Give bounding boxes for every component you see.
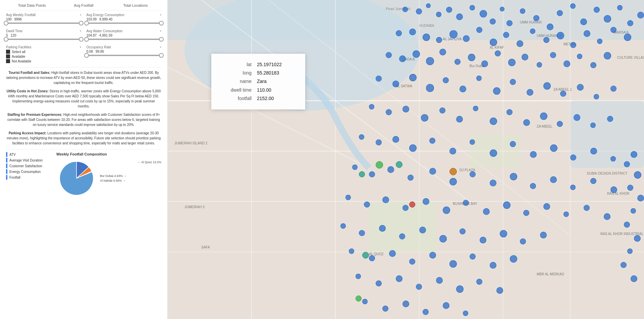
map-dot[interactable] [610, 27, 616, 33]
water-thumb-left[interactable] [84, 37, 89, 42]
map-dot[interactable] [443, 302, 449, 309]
map-dot[interactable] [495, 50, 501, 56]
map-dot[interactable] [607, 116, 613, 122]
map-dot-teal-2[interactable] [359, 171, 365, 177]
map-dot[interactable] [540, 112, 547, 120]
map-dot[interactable] [364, 201, 370, 208]
map-dot[interactable] [564, 60, 570, 67]
dwell-thumb-left[interactable] [4, 37, 8, 42]
map-dot[interactable] [483, 208, 490, 215]
map-dot[interactable] [399, 55, 406, 62]
water-thumb-right[interactable] [159, 37, 164, 42]
map-dot-teal-3[interactable] [362, 252, 369, 259]
map-dot[interactable] [634, 235, 641, 242]
map-dot[interactable] [456, 285, 464, 293]
map-dot[interactable] [460, 228, 466, 234]
occupancy-track[interactable] [87, 55, 162, 56]
map-dot[interactable] [349, 248, 354, 254]
map-dot[interactable] [409, 144, 417, 152]
map-dot[interactable] [490, 39, 497, 46]
map-dot[interactable] [379, 225, 386, 232]
map-dot[interactable] [594, 94, 599, 99]
map-dot[interactable] [402, 205, 409, 211]
map-dot[interactable] [419, 227, 426, 233]
map-dot[interactable] [523, 210, 529, 216]
map-dot[interactable] [473, 106, 478, 111]
map-dot[interactable] [631, 208, 636, 214]
map-dot[interactable] [584, 30, 590, 37]
map-dot[interactable] [470, 171, 476, 177]
map-dot[interactable] [490, 262, 496, 269]
map-dot[interactable] [543, 203, 550, 210]
map-dot[interactable] [463, 35, 470, 42]
map-dot[interactable] [570, 185, 576, 190]
map-dot-orange[interactable] [449, 168, 457, 175]
map-dot[interactable] [443, 77, 449, 83]
map-dot[interactable] [476, 76, 482, 81]
map-dot[interactable] [463, 200, 469, 206]
map-dot[interactable] [402, 106, 409, 112]
range-thumb-right[interactable] [79, 21, 84, 26]
map-dot[interactable] [637, 195, 644, 201]
occupancy-thumb-left[interactable] [84, 53, 89, 58]
map-dot[interactable] [490, 180, 496, 186]
map-dot[interactable] [610, 86, 616, 92]
map-dot[interactable] [627, 20, 633, 26]
map-dot[interactable] [557, 10, 563, 16]
map-dot[interactable] [468, 54, 475, 61]
map-dot[interactable] [508, 59, 516, 66]
map-dot[interactable] [369, 104, 374, 109]
map-dot[interactable] [382, 306, 388, 312]
map-dot[interactable] [402, 7, 408, 12]
map-dot[interactable] [506, 109, 513, 115]
map-dot[interactable] [523, 119, 530, 126]
map-dot[interactable] [446, 7, 452, 13]
map-dot[interactable] [597, 39, 602, 44]
map-dot[interactable] [369, 255, 375, 261]
map-dot[interactable] [530, 29, 535, 34]
map-dot-red[interactable] [409, 201, 415, 208]
map-dot[interactable] [550, 144, 557, 152]
map-dot[interactable] [624, 161, 630, 167]
map-dot[interactable] [577, 54, 582, 59]
map-dot[interactable] [470, 139, 475, 145]
map-dot[interactable] [547, 24, 553, 30]
map-dot[interactable] [540, 232, 547, 238]
map-dot[interactable] [574, 114, 580, 121]
map-dot[interactable] [496, 287, 503, 294]
map-dot[interactable] [470, 254, 476, 260]
parking-available[interactable]: Available [6, 54, 81, 58]
map-dot[interactable] [621, 262, 627, 268]
map-dot[interactable] [413, 50, 420, 58]
map-dot[interactable] [490, 118, 497, 125]
map-dot[interactable] [470, 5, 475, 10]
map-dot[interactable] [456, 116, 463, 123]
range-thumb-left[interactable] [4, 21, 8, 26]
map-dot[interactable] [500, 230, 507, 237]
map-dot[interactable] [490, 149, 497, 157]
map-dot[interactable] [510, 173, 517, 180]
map-dot[interactable] [577, 84, 584, 91]
map-dot[interactable] [449, 178, 457, 185]
map-dot[interactable] [359, 230, 365, 236]
map-dot[interactable] [460, 86, 466, 92]
map-dot[interactable] [627, 248, 633, 254]
map-dot[interactable] [439, 235, 447, 242]
map-dot[interactable] [604, 52, 611, 59]
map-dot[interactable] [429, 252, 436, 259]
map-dot[interactable] [476, 27, 482, 33]
map-dot[interactable] [610, 186, 617, 193]
map-dot[interactable] [352, 165, 358, 170]
map-dot[interactable] [359, 134, 364, 140]
energy-thumb-right[interactable] [159, 21, 164, 26]
map-dot[interactable] [408, 175, 414, 181]
occupancy-thumb-right[interactable] [159, 53, 164, 58]
map-dot[interactable] [387, 166, 394, 173]
map-dot[interactable] [362, 299, 368, 304]
map-dot[interactable] [634, 171, 641, 179]
map-dot[interactable] [439, 107, 445, 113]
map-dot[interactable] [590, 62, 596, 68]
map-dot[interactable] [392, 81, 399, 87]
map-dot[interactable] [631, 151, 637, 158]
map-dot[interactable] [423, 34, 430, 41]
